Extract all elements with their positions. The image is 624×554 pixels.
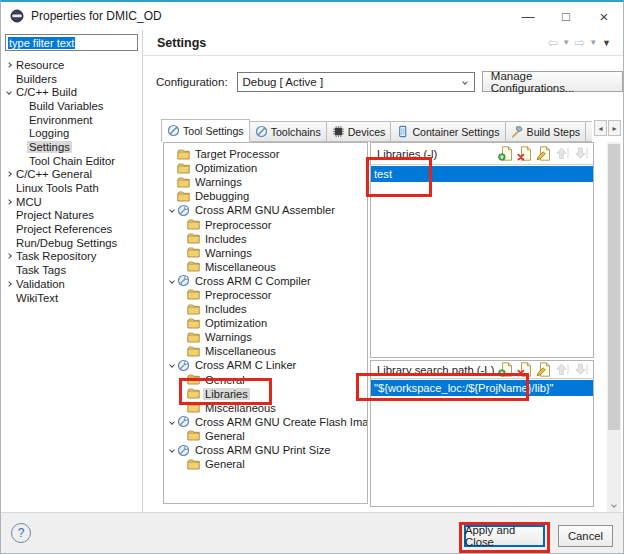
move-up-icon[interactable] (554, 146, 571, 162)
sidebar-item-project-natures[interactable]: Project Natures (1, 209, 142, 223)
sidebar-item-builders[interactable]: Builders (1, 72, 142, 86)
tool-tree-item-preprocessor[interactable]: Preprocessor (164, 217, 367, 231)
chip-icon (332, 125, 345, 138)
edit-entry-icon[interactable] (535, 146, 552, 162)
chevron-down-icon[interactable] (166, 363, 177, 367)
tab-toolchains[interactable]: Toolchains (250, 121, 327, 142)
delete-entry-icon[interactable] (516, 362, 533, 378)
manage-configurations-button[interactable]: Manage Configurations... (482, 71, 623, 92)
tool-tree-item-cross-arm-gnu-print-size[interactable]: Cross ARM GNU Print Size (164, 443, 367, 457)
tab-container-settings[interactable]: Container Settings (391, 121, 505, 142)
chevron-down-icon (462, 79, 468, 85)
chevron-right-icon[interactable] (3, 254, 14, 258)
chevron-right-icon[interactable] (3, 172, 14, 176)
chevron-right-icon[interactable] (3, 200, 14, 204)
tool-tree-item-general[interactable]: General (164, 457, 367, 471)
sidebar-item-validation[interactable]: Validation (1, 277, 142, 291)
delete-entry-icon[interactable] (516, 146, 533, 162)
minimize-button[interactable]: — (509, 2, 547, 30)
tool-tree-item-includes[interactable]: Includes (164, 302, 367, 316)
scrollbar-thumb[interactable] (608, 144, 620, 430)
chevron-down-icon[interactable] (166, 208, 177, 212)
chevron-right-icon[interactable] (3, 63, 14, 67)
tool-tree-item-cross-arm-gnu-assembler[interactable]: Cross ARM GNU Assembler (164, 203, 367, 217)
chevron-down-icon[interactable] (166, 279, 177, 283)
sidebar-item-mcu[interactable]: MCU (1, 195, 142, 209)
back-dropdown-icon[interactable]: ▼ (560, 38, 572, 47)
help-button[interactable]: ? (11, 523, 31, 543)
tool-tree-item-optimization[interactable]: Optimization (164, 161, 367, 175)
forward-icon[interactable]: ⇨ (573, 35, 586, 50)
sidebar-item-c-c-general[interactable]: C/C++ General (1, 168, 142, 182)
tool-tree-item-miscellaneous[interactable]: Miscellaneous (164, 260, 367, 274)
filter-text: type filter text (8, 37, 75, 49)
tool-tree-item-cross-arm-gnu-create-flash-image[interactable]: Cross ARM GNU Create Flash Image (164, 415, 367, 429)
close-button[interactable]: × (585, 2, 623, 30)
tool-tree-item-preprocessor[interactable]: Preprocessor (164, 288, 367, 302)
search-path-panel-header: Library search path (-L) (371, 361, 593, 379)
add-entry-icon[interactable] (497, 362, 514, 378)
tab-build-ar[interactable]: Build Ar (586, 121, 592, 142)
maximize-button[interactable]: □ (547, 2, 585, 30)
tool-tree-item-optimization[interactable]: Optimization (164, 316, 367, 330)
add-entry-icon[interactable] (497, 146, 514, 162)
filter-input[interactable]: type filter text (5, 34, 138, 51)
cancel-button[interactable]: Cancel (558, 525, 613, 547)
scrollbar-down-icon[interactable] (607, 497, 621, 512)
sidebar-item-wikitext[interactable]: WikiText (1, 291, 142, 305)
tab-scroll-next-icon[interactable]: ▸ (608, 120, 621, 136)
edit-entry-icon[interactable] (535, 362, 552, 378)
move-down-icon[interactable] (573, 362, 590, 378)
sidebar-item-logging[interactable]: Logging (1, 126, 142, 140)
tool-tree-item-target-processor[interactable]: Target Processor (164, 147, 367, 161)
tool-tree-item-general[interactable]: General (164, 373, 367, 387)
chevron-down-icon[interactable] (166, 420, 177, 424)
chevron-right-icon[interactable] (3, 282, 14, 286)
sidebar-item-tool-chain-editor[interactable]: Tool Chain Editor (1, 154, 142, 168)
back-icon[interactable]: ⇦ (546, 35, 559, 50)
sidebar-item-settings[interactable]: Settings (1, 140, 142, 154)
tool-tree-item-warnings[interactable]: Warnings (164, 175, 367, 189)
tool-tree-item-cross-arm-c-linker[interactable]: Cross ARM C Linker (164, 358, 367, 372)
tool-tree-item-warnings[interactable]: Warnings (164, 330, 367, 344)
vertical-scrollbar[interactable] (607, 142, 621, 512)
sidebar-item-label: Project Natures (14, 209, 96, 221)
configuration-dropdown[interactable]: Debug [ Active ] (237, 72, 475, 92)
library-entry[interactable]: test (371, 166, 593, 182)
sidebar-item-c-c-build[interactable]: C/C++ Build (1, 85, 142, 99)
tab-devices[interactable]: Devices (327, 121, 392, 142)
sidebar-item-environment[interactable]: Environment (1, 113, 142, 127)
chevron-down-icon[interactable] (3, 90, 14, 94)
sidebar-item-project-references[interactable]: Project References (1, 222, 142, 236)
tab-tool-settings[interactable]: Tool Settings (161, 119, 250, 142)
search-path-entry[interactable]: "${workspace_loc:/${ProjName}/lib}" (371, 380, 593, 396)
tool-tree-item-debugging[interactable]: Debugging (164, 189, 367, 203)
tool-tree-item-libraries[interactable]: Libraries (164, 387, 367, 401)
tool-tree-item-label: Optimization (193, 162, 259, 174)
view-menu-icon[interactable]: ▼ (600, 38, 613, 48)
sidebar: type filter text ResourceBuildersC/C++ B… (1, 30, 143, 512)
chevron-down-icon[interactable] (166, 448, 177, 452)
tool-tree-item-miscellaneous[interactable]: Miscellaneous (164, 344, 367, 358)
apply-and-close-button[interactable]: Apply and Close (464, 525, 545, 547)
sidebar-item-task-repository[interactable]: Task Repository (1, 250, 142, 264)
move-up-icon[interactable] (554, 362, 571, 378)
sidebar-item-label: C/C++ General (14, 168, 94, 180)
tab-label: Tool Settings (183, 125, 244, 137)
tool-tree-item-general[interactable]: General (164, 429, 367, 443)
tool-tree-item-miscellaneous[interactable]: Miscellaneous (164, 401, 367, 415)
tool-tree-item-cross-arm-c-compiler[interactable]: Cross ARM C Compiler (164, 274, 367, 288)
tool-tree-item-label: Debugging (193, 190, 251, 202)
forward-dropdown-icon[interactable]: ▼ (587, 38, 599, 47)
sidebar-item-task-tags[interactable]: Task Tags (1, 263, 142, 277)
sidebar-item-build-variables[interactable]: Build Variables (1, 99, 142, 113)
sidebar-item-linux-tools-path[interactable]: Linux Tools Path (1, 181, 142, 195)
tab-scroll-prev-icon[interactable]: ◂ (594, 120, 607, 136)
tool-tree-item-label: Target Processor (193, 148, 282, 160)
tool-tree-item-includes[interactable]: Includes (164, 232, 367, 246)
move-down-icon[interactable] (573, 146, 590, 162)
tool-tree-item-warnings[interactable]: Warnings (164, 246, 367, 260)
sidebar-item-resource[interactable]: Resource (1, 58, 142, 72)
sidebar-item-run-debug-settings[interactable]: Run/Debug Settings (1, 236, 142, 250)
tab-build-steps[interactable]: Build Steps (506, 121, 587, 142)
